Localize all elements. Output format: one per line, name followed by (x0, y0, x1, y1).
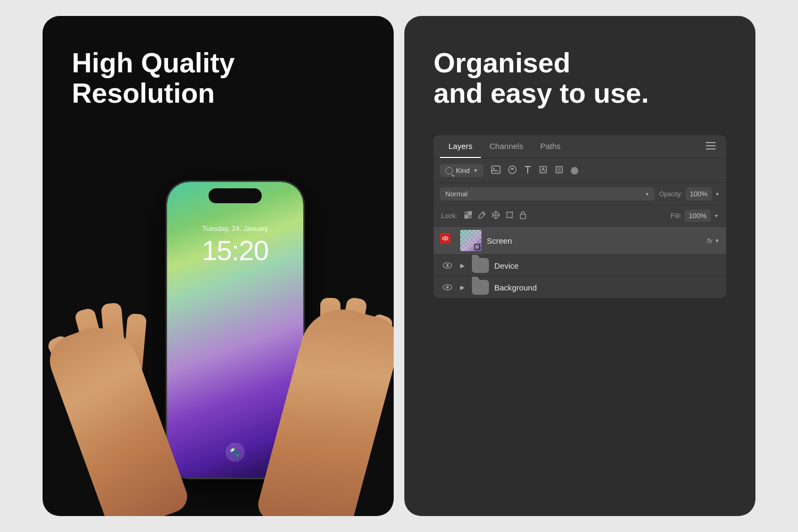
opacity-arrow-icon: ▼ (715, 192, 720, 197)
layer-eye-background[interactable] (440, 280, 455, 295)
tab-channels[interactable]: Channels (481, 135, 531, 158)
lock-artboard-icon[interactable] (505, 211, 514, 221)
svg-rect-10 (464, 215, 468, 219)
search-icon (445, 167, 453, 174)
svg-point-19 (446, 286, 449, 289)
svg-rect-9 (468, 211, 472, 215)
layer-name-device: Device (494, 261, 720, 270)
lock-label: Lock: (441, 212, 458, 220)
eye-icon-red (442, 236, 448, 240)
filter-color-icon[interactable] (571, 167, 578, 174)
svg-point-17 (446, 264, 449, 267)
layer-fx-label: fx (707, 237, 712, 245)
left-panel: High Quality Resolution Tuesday, 24. Jan… (43, 16, 394, 516)
blend-mode-label: Normal (445, 190, 468, 198)
svg-rect-0 (706, 142, 716, 143)
svg-rect-2 (706, 148, 716, 149)
layer-name-screen: Screen (487, 236, 702, 245)
filter-shape-icon[interactable] (539, 165, 547, 176)
filter-smart-icon[interactable] (555, 165, 563, 176)
lock-bar: Lock: (434, 205, 726, 227)
panel-menu-icon[interactable] (702, 138, 720, 156)
tab-layers[interactable]: Layers (440, 135, 481, 158)
opacity-group: Opacity: 100% ▼ (659, 187, 720, 201)
layer-fx-arrow: ▼ (714, 238, 720, 244)
layer-expand-background[interactable]: ▶ (460, 284, 464, 291)
kind-dropdown[interactable]: Kind ▼ (440, 164, 484, 177)
right-panel: Organised and easy to use. Layers Channe… (404, 16, 755, 516)
eye-icon-background (443, 284, 452, 290)
lock-icons (464, 211, 527, 221)
lock-position-icon[interactable] (492, 211, 500, 221)
tabs-bar: Layers Channels Paths (434, 135, 726, 159)
svg-rect-11 (468, 215, 472, 219)
tab-paths[interactable]: Paths (531, 135, 569, 158)
filter-text-icon[interactable] (524, 165, 531, 176)
left-title: High Quality Resolution (72, 48, 235, 109)
folder-icon-device (472, 258, 489, 273)
fill-group: Fill: 100% ▼ (671, 210, 719, 222)
screen-thumb-icon: ⊞ (474, 244, 480, 250)
svg-rect-12 (507, 212, 512, 218)
svg-rect-8 (464, 211, 468, 215)
blend-bar: Normal ▼ Opacity: 100% ▼ (434, 183, 726, 205)
eye-red-bg (440, 233, 451, 244)
lock-pixels-icon[interactable] (464, 211, 472, 221)
layer-row-device[interactable]: ▶ Device (434, 255, 726, 277)
layer-eye-screen[interactable] (440, 233, 455, 248)
layer-thumb-screen: ⊞ (460, 230, 481, 251)
eye-icon-device (443, 262, 452, 269)
layers-panel: Layers Channels Paths Kind ▼ (434, 135, 726, 298)
kind-arrow-icon: ▼ (473, 168, 478, 173)
layer-expand-device[interactable]: ▶ (460, 262, 464, 269)
kind-label: Kind (456, 167, 470, 174)
right-title: Organised and easy to use. (434, 48, 726, 109)
layer-thumb-device (472, 258, 489, 273)
layer-fx-control[interactable]: fx ▼ (707, 237, 720, 245)
layer-row-screen[interactable]: ⊞ Screen fx ▼ (434, 227, 726, 255)
blend-mode-dropdown[interactable]: Normal ▼ (440, 187, 655, 201)
hands-area (43, 191, 394, 516)
lock-all-icon[interactable] (519, 211, 527, 221)
svg-point-15 (445, 238, 446, 239)
opacity-label: Opacity: (659, 190, 683, 198)
layer-eye-device[interactable] (440, 258, 455, 273)
layer-row-background[interactable]: ▶ Background (434, 277, 726, 298)
filter-icons (491, 165, 578, 176)
layer-name-background: Background (494, 283, 720, 292)
fill-arrow-icon: ▼ (714, 213, 719, 219)
folder-icon-background (472, 280, 489, 295)
lock-image-icon[interactable] (478, 211, 486, 221)
hand-right (255, 300, 394, 516)
svg-rect-13 (520, 214, 526, 219)
hand-left (43, 316, 192, 516)
blend-arrow-icon: ▼ (645, 192, 650, 197)
fill-label: Fill: (671, 212, 681, 220)
filter-adjustment-icon[interactable] (508, 165, 517, 176)
layer-thumb-background (472, 280, 489, 295)
svg-rect-3 (492, 166, 500, 173)
screen-thumb-checkerboard: ⊞ (460, 230, 481, 251)
filter-image-icon[interactable] (491, 165, 501, 176)
fill-input[interactable]: 100% (685, 210, 711, 222)
svg-point-4 (493, 168, 495, 169)
svg-rect-1 (706, 145, 716, 146)
opacity-input[interactable]: 100% (686, 187, 712, 201)
filter-bar: Kind ▼ (434, 159, 726, 183)
